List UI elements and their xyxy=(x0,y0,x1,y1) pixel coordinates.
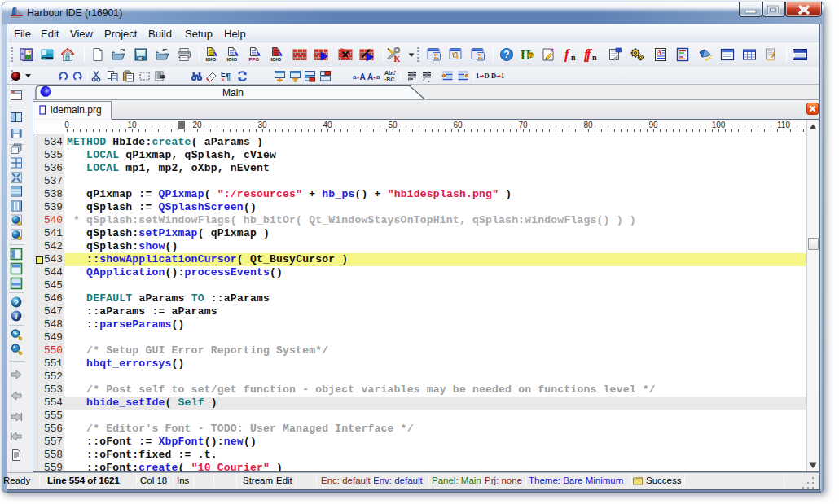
svg-text:?: ? xyxy=(503,49,509,60)
svg-text:A: A xyxy=(360,72,366,81)
svg-text:D: D xyxy=(491,72,496,80)
svg-text:¶: ¶ xyxy=(226,72,231,81)
svg-text:Main: Main xyxy=(222,87,244,99)
svg-text:D: D xyxy=(485,72,490,80)
svg-text:IOIO: IOIO xyxy=(226,57,237,62)
svg-text:A: A xyxy=(657,48,662,56)
svg-text:?: ? xyxy=(14,298,19,307)
svg-text:−: − xyxy=(14,344,18,352)
svg-text:Abc: Abc xyxy=(384,70,395,76)
svg-text:i: i xyxy=(15,313,18,321)
svg-text:,: , xyxy=(428,76,430,83)
svg-text:1: 1 xyxy=(476,72,479,80)
svg-text:a: a xyxy=(376,73,380,81)
svg-text:IOIO: IOIO xyxy=(205,57,216,62)
svg-text:n: n xyxy=(592,53,597,62)
svg-text:·BC: ·BC xyxy=(384,77,394,82)
svg-text:PPO: PPO xyxy=(248,57,259,62)
svg-text:a: a xyxy=(353,73,357,81)
svg-text:K: K xyxy=(394,55,401,63)
svg-text:1: 1 xyxy=(501,72,504,80)
svg-text:IOIO: IOIO xyxy=(270,57,281,62)
svg-text:f: f xyxy=(564,47,571,62)
svg-text:+: + xyxy=(14,330,18,337)
svg-text:n: n xyxy=(571,53,576,62)
svg-text:A: A xyxy=(367,72,373,81)
svg-text:?: ? xyxy=(529,51,533,59)
